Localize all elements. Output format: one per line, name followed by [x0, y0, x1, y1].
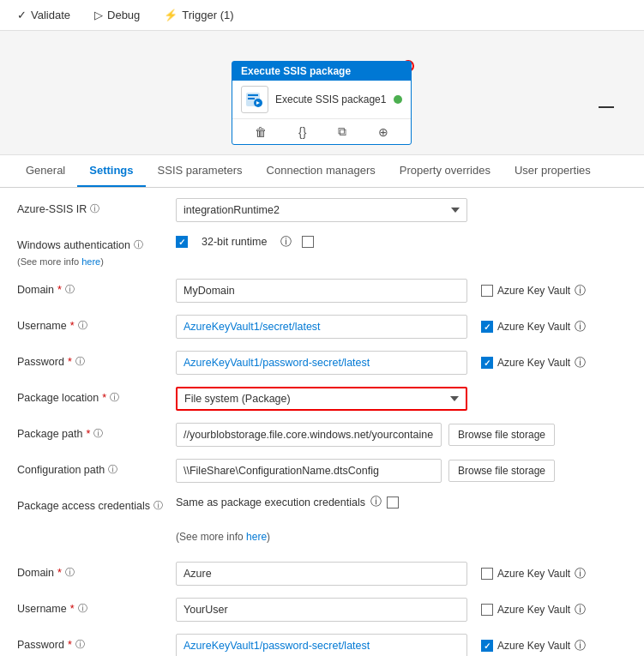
password2-key-vault-info-icon[interactable]: ⓘ [575, 638, 586, 653]
password2-info-icon[interactable]: ⓘ [75, 638, 85, 651]
validate-button[interactable]: ✓ Validate [14, 7, 74, 23]
activity-icon [241, 86, 268, 113]
username2-control: Azure Key Vault ⓘ [176, 598, 627, 622]
domain-key-vault-info-icon[interactable]: ⓘ [575, 283, 586, 298]
see-more-spacer [17, 531, 176, 535]
username2-key-vault-label: Azure Key Vault [497, 604, 570, 616]
config-path-label: Configuration path ⓘ [17, 459, 176, 476]
same-as-info-icon[interactable]: ⓘ [370, 495, 382, 509]
username2-key-vault-checkbox[interactable] [481, 604, 493, 616]
tab-bar: General Settings SSIS parameters Connect… [0, 155, 644, 188]
package-location-select[interactable]: File system (Package) [176, 387, 467, 411]
domain2-key-vault-info-icon[interactable]: ⓘ [575, 566, 586, 581]
runtime-32bit-info-icon[interactable]: ⓘ [280, 234, 292, 250]
username2-key-vault-info-icon[interactable]: ⓘ [575, 602, 586, 617]
username2-label: Username * ⓘ [17, 598, 176, 615]
password2-key-vault-label: Azure Key Vault [497, 640, 570, 652]
username-key-vault-checkbox[interactable] [481, 321, 493, 333]
username-key-vault-label: Azure Key Vault [497, 321, 570, 333]
see-more-link[interactable]: here [246, 531, 267, 543]
azure-ssis-ir-select[interactable]: integrationRuntime2 [176, 198, 467, 222]
package-access-info-icon[interactable]: ⓘ [153, 499, 163, 512]
username2-input[interactable] [176, 598, 467, 622]
pipeline-activity-box[interactable]: Execute SSIS package Execute SSIS packag… [232, 61, 412, 145]
tab-property-overrides[interactable]: Property overrides [388, 155, 503, 187]
config-path-input[interactable] [176, 459, 442, 483]
windows-auth-info-icon[interactable]: ⓘ [134, 238, 143, 251]
password-input[interactable] [176, 351, 467, 375]
username2-info-icon[interactable]: ⓘ [78, 602, 87, 615]
validate-label: Validate [31, 9, 70, 21]
windows-auth-link[interactable]: here [81, 256, 100, 267]
copy-icon-btn[interactable]: ⧉ [334, 123, 350, 141]
domain-info-icon[interactable]: ⓘ [65, 283, 75, 296]
password-key-vault-info-icon[interactable]: ⓘ [575, 355, 586, 370]
password-control: Azure Key Vault ⓘ [176, 351, 627, 375]
same-as-checkbox[interactable] [387, 497, 399, 509]
delete-icon-btn[interactable]: 🗑 [251, 123, 270, 141]
tab-general[interactable]: General [14, 155, 77, 187]
trigger-button[interactable]: ⚡ Trigger (1) [160, 7, 237, 23]
domain2-info-icon[interactable]: ⓘ [65, 566, 75, 579]
config-path-control: Browse file storage [176, 459, 627, 483]
password-key-vault-checkbox[interactable] [481, 357, 493, 369]
azure-ssis-ir-label: Azure-SSIS IR ⓘ [17, 198, 176, 215]
package-location-label: Package location * ⓘ [17, 387, 176, 404]
password2-key-vault-group: Azure Key Vault ⓘ [481, 638, 586, 653]
see-more-row: (See more info here) [17, 531, 627, 555]
svg-rect-1 [248, 94, 258, 96]
config-path-browse-button[interactable]: Browse file storage [448, 460, 555, 482]
green-status-dot [394, 95, 402, 104]
package-location-info-icon[interactable]: ⓘ [110, 391, 119, 404]
tab-ssis-parameters[interactable]: SSIS parameters [146, 155, 255, 187]
username2-row: Username * ⓘ Azure Key Vault ⓘ [17, 598, 627, 622]
package-path-browse-button[interactable]: Browse file storage [448, 424, 555, 446]
domain-key-vault-label: Azure Key Vault [497, 285, 570, 297]
domain2-key-vault-group: Azure Key Vault ⓘ [481, 566, 586, 581]
pipeline-canvas: Execute SSIS package Execute SSIS packag… [0, 31, 644, 155]
domain-key-vault-group: Azure Key Vault ⓘ [481, 283, 586, 298]
params-icon-btn[interactable]: {} [295, 123, 310, 141]
same-as-text: Same as package execution credentials ⓘ [176, 495, 399, 509]
username-key-vault-info-icon[interactable]: ⓘ [575, 319, 586, 334]
tab-connection-managers[interactable]: Connection managers [255, 155, 388, 187]
runtime-32bit-checkbox[interactable] [302, 236, 314, 248]
toolbar: ✓ Validate ▷ Debug ⚡ Trigger (1) [0, 0, 644, 31]
password2-control: Azure Key Vault ⓘ [176, 634, 627, 656]
connect-icon-btn[interactable]: ⊕ [375, 123, 392, 141]
username-row: Username * ⓘ Azure Key Vault ⓘ [17, 315, 627, 339]
domain-input[interactable] [176, 279, 467, 303]
validate-icon: ✓ [17, 9, 27, 21]
password2-label: Password * ⓘ [17, 634, 176, 651]
domain2-input[interactable] [176, 562, 467, 586]
debug-label: Debug [107, 9, 140, 21]
debug-button[interactable]: ▷ Debug [91, 7, 143, 23]
username-control: Azure Key Vault ⓘ [176, 315, 627, 339]
username-input[interactable] [176, 315, 467, 339]
package-path-input[interactable] [176, 423, 442, 447]
azure-ssis-ir-row: Azure-SSIS IR ⓘ integrationRuntime2 [17, 198, 627, 222]
password2-key-vault-checkbox[interactable] [481, 640, 493, 652]
password-row: Password * ⓘ Azure Key Vault ⓘ [17, 351, 627, 375]
see-more-note: (See more info here) [176, 531, 270, 543]
password-key-vault-group: Azure Key Vault ⓘ [481, 355, 586, 370]
tab-user-properties[interactable]: User properties [503, 155, 603, 187]
username-label: Username * ⓘ [17, 315, 176, 332]
package-path-info-icon[interactable]: ⓘ [93, 427, 103, 440]
domain-key-vault-checkbox[interactable] [481, 285, 493, 297]
password-label: Password * ⓘ [17, 351, 176, 368]
tab-settings[interactable]: Settings [77, 155, 145, 187]
domain-row: Domain * ⓘ Azure Key Vault ⓘ [17, 279, 627, 303]
domain2-key-vault-checkbox[interactable] [481, 568, 493, 580]
windows-auth-checkbox[interactable] [176, 236, 188, 248]
activity-label: Execute SSIS package1 [275, 93, 386, 105]
username-key-vault-group: Azure Key Vault ⓘ [481, 319, 586, 334]
settings-form: Azure-SSIS IR ⓘ integrationRuntime2 Wind… [0, 188, 644, 656]
password-info-icon[interactable]: ⓘ [75, 355, 85, 368]
username-info-icon[interactable]: ⓘ [78, 319, 87, 332]
azure-ssis-info-icon[interactable]: ⓘ [90, 202, 99, 215]
config-path-info-icon[interactable]: ⓘ [108, 463, 117, 476]
pipeline-box-title: Execute SSIS package [241, 65, 351, 77]
windows-auth-control: 32-bit runtime ⓘ [176, 234, 627, 250]
password2-input[interactable] [176, 634, 467, 656]
